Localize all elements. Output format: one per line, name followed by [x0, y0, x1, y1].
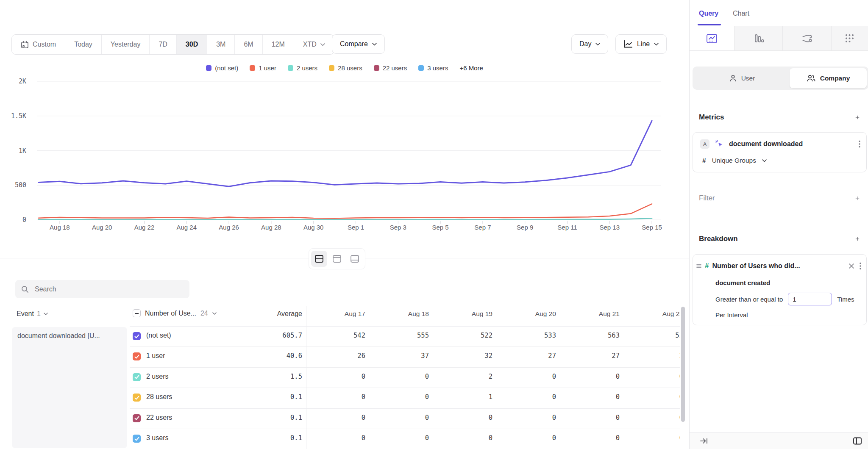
layout-chart-only-button[interactable]: [329, 251, 345, 267]
search-icon: [21, 285, 29, 293]
x-tick-label: Aug 22: [128, 224, 161, 231]
drag-handle-icon[interactable]: [696, 263, 701, 269]
number-property-icon: #: [705, 262, 709, 270]
company-label: Company: [820, 75, 850, 82]
date-column-header[interactable]: Aug 17: [306, 310, 365, 318]
legend-item[interactable]: 2 users: [288, 64, 317, 72]
row-label: 3 users: [146, 434, 168, 442]
tab-chart[interactable]: Chart: [733, 10, 749, 17]
row-value: 0: [497, 434, 556, 442]
condition-value-input[interactable]: [788, 293, 832, 305]
metric-aggregation[interactable]: # Unique Groups: [702, 157, 767, 164]
add-metric-button[interactable]: [853, 113, 862, 122]
row-value: 0: [624, 373, 680, 380]
average-column-header[interactable]: Average: [237, 310, 302, 318]
range-30d[interactable]: 30D: [177, 35, 207, 54]
row-value: 0: [306, 414, 365, 421]
search-input[interactable]: [34, 285, 184, 294]
breakdown-title: Breakdown: [699, 235, 738, 243]
row-value: 563: [560, 332, 620, 339]
check-icon: [134, 437, 139, 441]
chart-type-flow-button[interactable]: [783, 26, 832, 50]
chart-type-line-button[interactable]: [690, 26, 734, 50]
select-all-checkbox[interactable]: [133, 309, 141, 317]
row-checkbox[interactable]: [133, 373, 141, 381]
chart-type-matrix-button[interactable]: [832, 26, 868, 50]
legend-item[interactable]: 22 users: [374, 64, 407, 72]
chart-type-bar-button[interactable]: [734, 26, 783, 50]
condition-unit-label: Times: [837, 296, 854, 303]
range-3m[interactable]: 3M: [207, 35, 235, 54]
entity-company-button[interactable]: Company: [790, 68, 867, 88]
matrix-dots-icon: [844, 33, 855, 44]
chart-legend: (not set)1 user2 users28 users22 users3 …: [0, 64, 689, 72]
interval-dropdown[interactable]: Day: [571, 34, 608, 54]
range-7d[interactable]: 7D: [150, 35, 176, 54]
date-column-header[interactable]: Aug 22: [624, 310, 680, 318]
event-column-header[interactable]: Event 1: [17, 310, 48, 318]
row-average: 40.6: [237, 352, 302, 360]
range-today[interactable]: Today: [65, 35, 102, 54]
add-breakdown-button[interactable]: [853, 234, 862, 244]
event-name-cell[interactable]: document downloaded [U...: [12, 327, 127, 448]
row-separator: [130, 346, 680, 347]
legend-item[interactable]: (not set): [206, 64, 238, 72]
range-custom[interactable]: Custom: [12, 35, 65, 54]
remove-breakdown-button[interactable]: [848, 262, 855, 270]
row-value: 0: [560, 373, 620, 380]
main-area: CustomTodayYesterday7D30D3M6M12MXTD Comp…: [0, 0, 689, 449]
x-tick-label: Sep 3: [381, 224, 415, 231]
legend-item[interactable]: 28 users: [329, 64, 362, 72]
toolbar: CustomTodayYesterday7D30D3M6M12MXTD Comp…: [0, 34, 689, 54]
range-xtd[interactable]: XTD: [294, 35, 334, 54]
collapse-panel-button[interactable]: [699, 436, 709, 446]
per-interval-label: Per Interval: [715, 311, 748, 319]
breakdown-card[interactable]: # Number of Users who did... document cr…: [693, 254, 867, 325]
x-tick-label: Sep 1: [339, 224, 373, 231]
analytics-app: CustomTodayYesterday7D30D3M6M12MXTD Comp…: [0, 0, 868, 449]
row-checkbox[interactable]: [133, 394, 141, 402]
group-column-header[interactable]: Number of Use... 24: [133, 309, 217, 317]
bar-chart-icon: [753, 33, 764, 44]
chart-type-selector: [690, 26, 868, 51]
range-yesterday[interactable]: Yesterday: [102, 35, 150, 54]
row-value: 522: [433, 332, 492, 339]
metric-menu-button[interactable]: [858, 139, 861, 149]
row-checkbox[interactable]: [133, 414, 141, 422]
date-column-header[interactable]: Aug 19: [433, 310, 492, 318]
layout-toggle-group: [309, 248, 365, 269]
date-column-header[interactable]: Aug 21: [560, 310, 620, 318]
legend-item[interactable]: 3 users: [418, 64, 448, 72]
toggle-sidebar-button[interactable]: [852, 436, 863, 446]
check-icon: [134, 355, 139, 359]
date-column-header[interactable]: Aug 18: [370, 310, 429, 318]
legend-more[interactable]: +6 More: [459, 64, 483, 72]
bottom-pane-icon: [350, 255, 359, 263]
range-6m[interactable]: 6M: [235, 35, 262, 54]
tab-query[interactable]: Query: [699, 10, 718, 17]
add-filter-button[interactable]: [853, 194, 862, 203]
row-value: 0: [370, 414, 429, 421]
panel-tabs: Query Chart: [690, 0, 868, 26]
breakdown-menu-button[interactable]: [859, 261, 862, 271]
date-range-group: CustomTodayYesterday7D30D3M6M12MXTD: [11, 34, 334, 55]
layout-table-only-button[interactable]: [347, 251, 363, 267]
top-pane-icon: [332, 255, 342, 263]
compare-button[interactable]: Compare: [332, 34, 385, 54]
x-tick-label: Aug 18: [43, 224, 77, 231]
legend-label: 3 users: [427, 64, 448, 72]
row-checkbox[interactable]: [133, 352, 141, 360]
layout-split-button[interactable]: [311, 251, 327, 267]
metric-card[interactable]: A document downloaded #: [693, 132, 867, 172]
event-count: 1: [37, 310, 41, 318]
panel-layout-icon: [853, 437, 862, 445]
compare-label: Compare: [340, 40, 368, 48]
legend-item[interactable]: 1 user: [250, 64, 276, 72]
range-12m[interactable]: 12M: [263, 35, 294, 54]
row-checkbox[interactable]: [133, 332, 141, 340]
row-checkbox[interactable]: [133, 435, 141, 443]
entity-user-button[interactable]: User: [694, 68, 790, 88]
table-scrollbar[interactable]: [681, 307, 685, 422]
chart-type-dropdown[interactable]: Line: [615, 34, 667, 54]
date-column-header[interactable]: Aug 20: [497, 310, 556, 318]
